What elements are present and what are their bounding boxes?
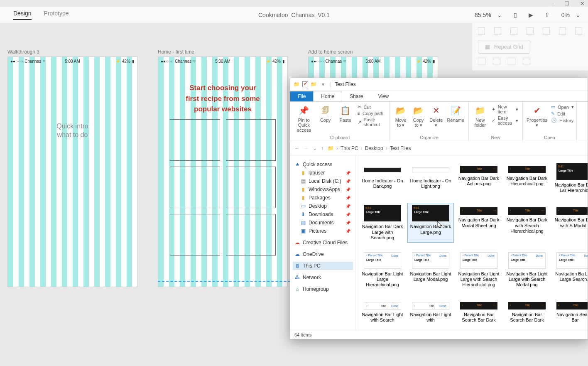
file-item[interactable]: ‹ Parent TitleLarge TitleDoneNavigation … [504, 250, 550, 290]
boolean-subtract-icon[interactable] [493, 58, 500, 64]
close-icon[interactable]: ✕ [580, 0, 585, 7]
placeholder-cell[interactable] [170, 119, 220, 161]
ribbon-tab-view[interactable]: View [370, 91, 396, 101]
new-item-button[interactable]: ✦New item ▾ [492, 104, 518, 114]
tree-item[interactable]: ☁OneDrive [293, 250, 353, 258]
chevron-down-icon[interactable]: ▾ [322, 81, 324, 87]
align-vcenter-icon[interactable] [494, 27, 501, 35]
file-item[interactable]: 9:41Large TitleNavigation Bar Dark Large… [359, 203, 406, 243]
placeholder-cell[interactable] [170, 214, 220, 255]
ribbon-tab-home[interactable]: Home [313, 91, 342, 101]
tree-item[interactable]: ⬇Downloads📌 [299, 210, 353, 219]
file-item[interactable]: ‹TitleDoneNavigation Bar Light with [407, 297, 454, 325]
file-item[interactable]: ‹ Parent TitleLarge TitleDoneNavigation … [552, 250, 588, 290]
copy-button[interactable]: 🗐 Copy [318, 104, 333, 133]
move-to-button[interactable]: 📂Move to ▾ [394, 104, 407, 128]
artboard-home-first-time[interactable]: Home - first time ●●○○○Channas⌔ 5:00 AM … [158, 49, 288, 287]
zoom-dropdown[interactable]: 85.5%⌄ [475, 12, 502, 18]
maximize-icon[interactable]: ☐ [564, 0, 569, 7]
file-item[interactable]: ‹Title⋯Navigation Bar Search Bar Dark [456, 297, 502, 325]
tree-item[interactable]: ▤Documents📌 [299, 219, 353, 227]
boolean-intersect-icon[interactable] [508, 58, 515, 64]
easy-access-button[interactable]: ✓Easy access ▾ [492, 115, 518, 125]
tab-design[interactable]: Design [13, 10, 32, 20]
boolean-union-icon[interactable] [478, 58, 485, 64]
nav-up-icon[interactable]: ↑ [321, 145, 323, 151]
pin-button[interactable]: 📌 Pin to Quick access [294, 104, 314, 133]
ribbon-tab-share[interactable]: Share [342, 91, 370, 101]
tree-item[interactable]: ▮labuser📌 [299, 169, 353, 177]
nav-back-icon[interactable]: ← [294, 145, 299, 151]
delete-button[interactable]: ✕Delete ▾ [429, 104, 443, 128]
share-icon[interactable]: ⇧ [545, 12, 550, 18]
file-list[interactable]: Home Indicator - On Dark.pngHome Indicat… [356, 155, 588, 330]
file-item[interactable]: ‹ Parent TitleLarge TitleDoneNavigation … [359, 250, 406, 290]
file-explorer-window[interactable]: 📁 ✔ 📁 ▾ | Test Files File Home Share Vie… [290, 78, 588, 339]
tree-quick-access[interactable]: ★Quick access [293, 160, 353, 169]
align-hcenter-icon[interactable] [559, 27, 566, 35]
artboard-label[interactable]: Add to home screen [308, 49, 438, 55]
copy-to-button[interactable]: 📂Copy to ▾ [412, 104, 425, 128]
file-item[interactable]: 9:41Large TitleNavigation Bar Dark Lar H… [552, 161, 588, 195]
ribbon-tab-file[interactable]: File [290, 91, 313, 101]
placeholder-cell[interactable] [226, 119, 276, 161]
file-item[interactable]: 9:41Large TitleNavigation Bar Dark Large… [407, 203, 454, 243]
play-icon[interactable]: ▶ [529, 12, 533, 18]
file-item[interactable]: ‹Title⋯Navigation Search Bar [552, 297, 588, 325]
nav-recent-icon[interactable]: ⌄ [313, 145, 317, 151]
file-thumbnail: ‹Title⋯ [508, 166, 546, 173]
new-folder-button[interactable]: 📁New folder [473, 104, 488, 128]
artboard-label[interactable]: Home - first time [158, 49, 288, 55]
align-stretch-icon[interactable] [527, 27, 534, 35]
align-right-icon[interactable] [575, 27, 582, 35]
breadcrumb[interactable]: 📁 › This PC› Desktop› Test Files [328, 145, 411, 151]
tree-item[interactable]: ▤Local Disk (C:)📌 [299, 177, 353, 185]
file-item[interactable]: ‹Title⋯Navigation Bar Dark with Search H… [504, 203, 550, 243]
qat-checkbox[interactable]: ✔ [302, 81, 308, 87]
artboard-label[interactable]: Walkthrough 3 [7, 49, 137, 55]
file-name: Home Indicator - On Light.png [409, 178, 452, 189]
tree-item[interactable]: ▮WindowsApps📌 [299, 185, 353, 194]
placeholder-cell[interactable] [226, 214, 276, 255]
tree-item[interactable]: ▭Desktop📌 [299, 202, 353, 210]
tree-item[interactable]: ▣Pictures📌 [299, 227, 353, 235]
file-item[interactable]: Home Indicator - On Dark.png [359, 161, 406, 195]
properties-button[interactable]: ✔Properties ▾ [527, 104, 547, 128]
file-item[interactable]: ‹Title⋯Navigation Bar Dark Actions.png [456, 161, 502, 195]
file-item[interactable]: ‹ Parent TitleLarge TitleDoneNavigation … [407, 250, 454, 290]
cut-button[interactable]: ✂Cut [358, 104, 385, 110]
minimize-icon[interactable]: — [548, 0, 554, 7]
tree-item[interactable]: ☁Creative Cloud Files [293, 238, 353, 247]
file-item[interactable]: Home Indicator - On Light.png [407, 161, 454, 195]
edit-button[interactable]: ✎Edit [551, 111, 574, 116]
placeholder-cell[interactable] [170, 167, 220, 208]
align-left-icon[interactable] [543, 27, 550, 35]
file-item[interactable]: ‹ Parent TitleLarge TitleDoneNavigation … [456, 250, 502, 290]
history-button[interactable]: 🕓History [551, 118, 574, 123]
nav-forward-icon[interactable]: → [304, 145, 309, 151]
file-item[interactable]: ‹Title⋯Navigation Bar Dark Hierarchical.… [504, 161, 550, 195]
rename-button[interactable]: 📝Rename [447, 104, 464, 128]
explorer-titlebar[interactable]: 📁 ✔ 📁 ▾ | Test Files [290, 78, 588, 91]
align-bottom-icon[interactable] [510, 27, 517, 35]
tree-this-pc[interactable]: 🖥This PC [293, 262, 353, 270]
align-top-icon[interactable] [478, 27, 485, 35]
paste-shortcut-button[interactable]: ↗Paste shortcut [358, 117, 385, 127]
tree-item[interactable]: 🖧Network [293, 273, 353, 282]
file-item[interactable]: ‹Title⋯Navigation Bar Search Bar Dark [504, 297, 550, 325]
tab-prototype[interactable]: Prototype [44, 10, 69, 20]
repeat-grid-button[interactable]: ▦ Repeat Grid [478, 40, 530, 54]
open-button[interactable]: ▭Open ▾ [551, 104, 574, 110]
artboard-walkthrough-3[interactable]: Walkthrough 3 ●●○○○Channas⌔ 5:00 AM ⚡42%… [7, 49, 137, 287]
placeholder-cell[interactable] [226, 167, 276, 208]
tree-item[interactable]: ▮Packages📌 [299, 194, 353, 202]
file-item[interactable]: ‹TitleDoneNavigation Bar Light with Sear… [359, 297, 406, 325]
tree-item[interactable]: ⌂Homegroup [293, 285, 353, 293]
file-item[interactable]: ‹Title⋯Navigation Bar Dark with S Modal.… [552, 203, 588, 243]
copy-path-button[interactable]: ≡Copy path [358, 111, 385, 116]
device-preview-icon[interactable]: ▯ [514, 12, 517, 18]
boolean-exclude-icon[interactable] [523, 58, 530, 64]
file-item[interactable]: ‹Title⋯Navigation Bar Dark Modal Sheet.p… [456, 203, 502, 243]
paste-button[interactable]: 📋 Paste [338, 104, 353, 133]
zoom-dropdown-secondary[interactable]: 0%⌄ [561, 12, 581, 18]
